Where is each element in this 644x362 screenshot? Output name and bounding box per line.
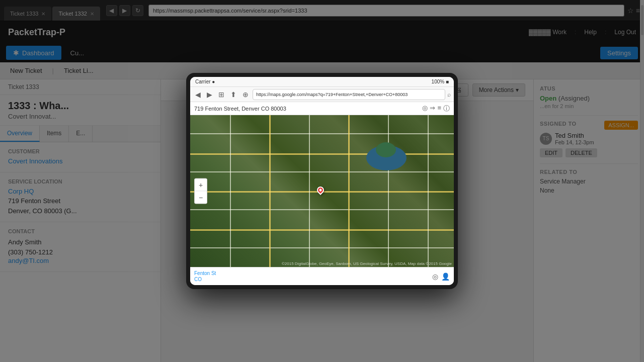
info-icon[interactable]: ⓘ: [443, 104, 450, 113]
road-v5: [388, 115, 389, 267]
map-location-pin: [315, 185, 326, 195]
road-v2: [348, 115, 350, 267]
map-location-footer-icon[interactable]: ◎: [432, 273, 438, 281]
road-v6: [428, 115, 429, 267]
location-icon[interactable]: ◎: [422, 104, 428, 113]
mobile-url-bar[interactable]: https://maps.google.com/maps?q=719+Fento…: [253, 89, 445, 100]
road-v1: [269, 115, 271, 267]
mobile-search-icon: ⌕: [447, 91, 451, 98]
mobile-address-bar: 719 Fenton Street, Denver CO 80003 ◎ ⇒ ≡…: [190, 102, 454, 115]
map-attribution: ©2015 DigitalGlobe, GeoEye, Sanborn, US …: [282, 261, 452, 266]
carrier-text: Carrier ●: [195, 79, 215, 84]
mobile-frame: Carrier ● 100% ■ ◀ ▶ ⊞ ⬆ ⊕ https://maps.…: [186, 73, 458, 289]
mobile-browser-icons: ⌕: [447, 91, 451, 98]
mobile-share-btn[interactable]: ⬆: [228, 89, 238, 100]
co-link[interactable]: CO: [194, 277, 216, 282]
map-area[interactable]: + − ©2015 DigitalGlobe, GeoEye, Sanborn,…: [190, 115, 454, 267]
road-v3: [230, 115, 231, 267]
zoom-out-button[interactable]: −: [195, 192, 207, 204]
map-person-icon[interactable]: 👤: [441, 273, 450, 281]
mobile-inner: Carrier ● 100% ■ ◀ ▶ ⊞ ⬆ ⊕ https://maps.…: [190, 77, 454, 285]
overlay-backdrop[interactable]: Carrier ● 100% ■ ◀ ▶ ⊞ ⬆ ⊕ https://maps.…: [0, 0, 644, 362]
address-text: 719 Fenton Street, Denver CO 80003: [194, 106, 286, 112]
mobile-url-text: https://maps.google.com/maps?q=719+Fento…: [256, 92, 408, 97]
zoom-in-button[interactable]: +: [195, 179, 207, 191]
mobile-forward-btn[interactable]: ▶: [205, 89, 214, 100]
mobile-status-bar: Carrier ● 100% ■: [190, 77, 454, 87]
mobile-tabs-btn[interactable]: ⊞: [216, 89, 226, 100]
list-icon[interactable]: ≡: [437, 104, 441, 113]
map-park: [376, 142, 396, 157]
mobile-bookmark-btn[interactable]: ⊕: [240, 89, 251, 100]
mobile-browser-bar: ◀ ▶ ⊞ ⬆ ⊕ https://maps.google.com/maps?q…: [190, 87, 454, 102]
map-footer-links: Fenton St CO: [194, 270, 216, 282]
mobile-address-icons: ◎ ⇒ ≡ ⓘ: [422, 104, 450, 113]
fenton-st-link[interactable]: Fenton St: [194, 270, 216, 276]
route-icon[interactable]: ⇒: [430, 104, 435, 113]
mobile-back-btn[interactable]: ◀: [193, 89, 203, 100]
map-satellite: + − ©2015 DigitalGlobe, GeoEye, Sanborn,…: [190, 115, 454, 267]
road-v4: [309, 115, 310, 267]
battery-text: 100% ■: [432, 79, 449, 84]
map-footer-icons: ◎ 👤: [432, 273, 450, 281]
map-footer: Fenton St CO ◎ 👤: [190, 267, 454, 285]
map-zoom-controls: + −: [194, 178, 207, 204]
